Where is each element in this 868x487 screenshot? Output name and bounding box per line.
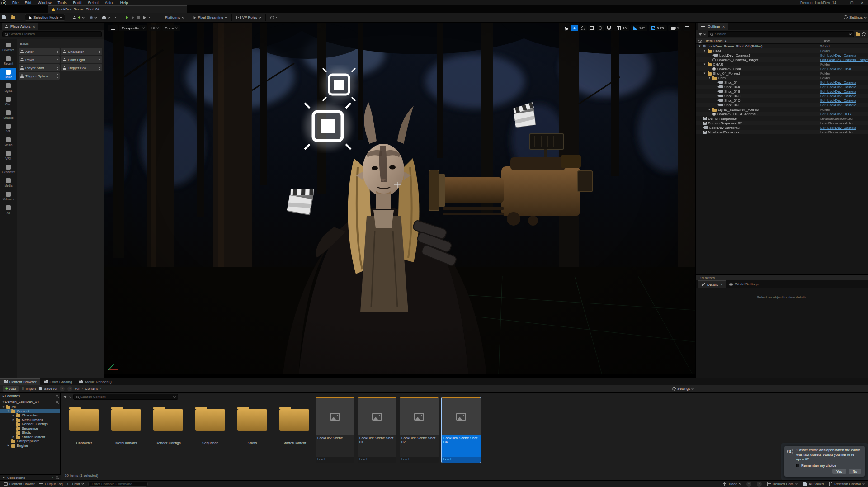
placeable-actor-item[interactable]: Trigger Box xyxy=(61,64,102,71)
folder-tree-item[interactable]: Sequence xyxy=(0,426,60,431)
search-icon[interactable] xyxy=(56,395,58,397)
category-item[interactable]: Favorites xyxy=(0,41,16,53)
scale-snap-control[interactable]: 0.25 xyxy=(649,25,667,31)
rotate-tool-button[interactable] xyxy=(580,25,587,31)
outliner-row[interactable]: Shot_04C Edit LookDev_Camera xyxy=(696,94,868,98)
outliner-column-headers[interactable]: Item Label ▲ Type xyxy=(696,38,868,44)
row-type[interactable]: Folder xyxy=(820,76,830,80)
checkbox[interactable] xyxy=(796,464,799,467)
play-button[interactable] xyxy=(126,16,128,19)
category-item[interactable]: Volumes xyxy=(0,190,16,203)
menu-item[interactable]: Select xyxy=(85,0,102,5)
content-drawer-button[interactable]: Content Drawer xyxy=(4,482,35,486)
asset-card[interactable]: LookDev Scene Level xyxy=(316,397,354,463)
placeable-actor-item[interactable]: Character xyxy=(61,48,102,55)
folder-tree-item[interactable]: ▸ Character xyxy=(0,413,60,418)
expand-arrow[interactable]: ▾ xyxy=(703,49,706,52)
row-type[interactable]: Edit LookDev_Camera xyxy=(820,80,856,85)
content-browser-tab[interactable]: Content Browser xyxy=(0,378,40,385)
add-button[interactable]: + Add xyxy=(3,386,19,392)
expand-arrow[interactable]: ▸ xyxy=(12,418,15,421)
world-options-icon[interactable] xyxy=(276,16,277,19)
filter-icon[interactable] xyxy=(63,396,67,398)
remember-choice-option[interactable]: Remember my choice xyxy=(796,463,862,468)
menu-item[interactable]: File xyxy=(9,0,22,5)
platforms-dropdown[interactable]: Platforms xyxy=(158,15,186,19)
breadcrumb-current[interactable]: Content xyxy=(85,387,98,391)
folder-tile[interactable]: Render Configs xyxy=(149,403,188,445)
import-button[interactable]: ⇩Import xyxy=(21,387,36,391)
row-type[interactable]: Edit LookDev_Camera xyxy=(820,53,856,57)
world-settings-tab[interactable]: World Settings xyxy=(726,280,762,288)
camera-speed-control[interactable]: 1 xyxy=(668,25,682,31)
derived-data-dropdown[interactable]: Derived Data xyxy=(767,482,797,486)
row-type[interactable]: LevelSequenceActor xyxy=(820,117,854,121)
stop-button[interactable] xyxy=(137,16,140,19)
close-tab-icon[interactable]: × xyxy=(33,25,35,28)
folder-tree-item[interactable]: ▸ Engine xyxy=(0,444,60,448)
rotation-snap-control[interactable]: 10° xyxy=(631,25,647,31)
outliner-row[interactable]: LookDev_HDRI_Adams3 Edit LookDev_HDRI xyxy=(696,112,868,116)
surface-snap-toggle[interactable] xyxy=(605,25,613,31)
folder-tree-item[interactable]: ▾ Content xyxy=(0,409,60,414)
vp-roles-dropdown[interactable]: VP Roles xyxy=(235,15,263,19)
search-icon[interactable] xyxy=(56,476,58,479)
expand-arrow[interactable]: ▾ xyxy=(2,405,5,409)
project-section[interactable]: ▾Demon_LookDev_14 xyxy=(0,399,60,405)
row-type[interactable]: LevelSequenceActor xyxy=(820,130,854,134)
category-item[interactable]: Media xyxy=(0,176,16,189)
outliner-row[interactable]: Shot_04 Edit LookDev_Camera xyxy=(696,80,868,85)
folder-tile[interactable]: MetaHumans xyxy=(107,403,146,445)
cmd-dropdown[interactable]: ›_ Cmd xyxy=(67,482,84,486)
folder-tree-item[interactable]: ▾ All xyxy=(0,405,60,409)
forward-button[interactable]: › xyxy=(67,386,72,391)
row-type[interactable]: Folder xyxy=(820,62,830,66)
item-options-icon[interactable] xyxy=(99,58,100,61)
asset-card[interactable]: LookDev Scene Shot 02 Level xyxy=(400,397,439,463)
outliner-row[interactable]: ▾ CHAR Folder xyxy=(696,62,868,66)
outliner-row[interactable]: Shot_04B Edit LookDev_Camera xyxy=(696,89,868,94)
outliner-settings-icon[interactable] xyxy=(862,32,866,36)
scale-tool-button[interactable] xyxy=(588,25,595,31)
row-type[interactable]: Edit LookDev_HDRI xyxy=(820,112,853,116)
output-log-button[interactable]: Output Log xyxy=(39,482,63,486)
expand-arrow[interactable]: ▾ xyxy=(703,71,706,75)
outliner-row[interactable]: LookDev Camera2 Edit LookDev_Camera xyxy=(696,125,868,130)
place-actors-tab[interactable]: Place Actors × xyxy=(2,23,38,30)
placeable-actor-item[interactable]: Point Light xyxy=(61,56,102,63)
favorites-section[interactable]: ▸Favorites xyxy=(0,393,60,399)
outliner-row[interactable]: Shot_04E Edit LookDev_Camera xyxy=(696,103,868,107)
move-tool-button[interactable]: + xyxy=(571,25,578,31)
outliner-row[interactable]: Shot_04D Edit LookDev_Camera xyxy=(696,98,868,103)
revision-control-dropdown[interactable]: Revision Control xyxy=(829,482,864,486)
memory-indicator-icon[interactable]: ▫ xyxy=(757,482,762,487)
expand-arrow[interactable]: ▾ xyxy=(698,44,701,48)
item-options-icon[interactable] xyxy=(57,50,58,53)
placeable-actor-item[interactable]: Actor xyxy=(19,48,60,55)
item-options-icon[interactable] xyxy=(99,66,100,70)
category-item[interactable]: Cine xyxy=(0,95,16,108)
menu-item[interactable]: Actor xyxy=(102,0,117,5)
console-command-input[interactable]: Enter Console Command xyxy=(88,482,148,487)
row-type[interactable]: Edit LookDev_Camera xyxy=(820,99,856,103)
row-type[interactable]: Edit LookDev_Camera xyxy=(820,94,856,98)
all-saved-indicator[interactable]: All Saved xyxy=(803,482,824,486)
level-viewport[interactable]: Perspective Lit Show + 10 10° 0.25 1 xyxy=(104,23,695,378)
item-options-icon[interactable] xyxy=(57,66,58,70)
expand-arrow[interactable]: ▾ xyxy=(7,409,10,413)
outliner-row[interactable]: NewLevelSequence LevelSequenceActor xyxy=(696,130,868,134)
outliner-row[interactable]: LookDev_Camera1 Edit LookDev_Camera xyxy=(696,53,868,57)
search-content-input[interactable]: Search Content xyxy=(73,394,178,400)
frame-skip-button[interactable] xyxy=(132,16,134,19)
unreal-logo-icon[interactable]: u xyxy=(1,0,6,5)
folder-tile[interactable]: Shots xyxy=(233,403,272,445)
row-type[interactable]: Folder xyxy=(820,71,830,76)
row-type[interactable]: Edit LookDev_Camera xyxy=(820,85,856,89)
viewport-menu-button[interactable] xyxy=(108,25,118,31)
trace-dropdown[interactable]: Trace xyxy=(723,482,741,486)
select-tool-button[interactable] xyxy=(562,25,570,31)
folder-tree-item[interactable]: Shots xyxy=(0,430,60,435)
save-all-button[interactable]: Save All xyxy=(38,387,57,391)
outliner-row[interactable]: ▾ Cam Folder xyxy=(696,76,868,80)
no-button[interactable]: No xyxy=(849,469,861,474)
